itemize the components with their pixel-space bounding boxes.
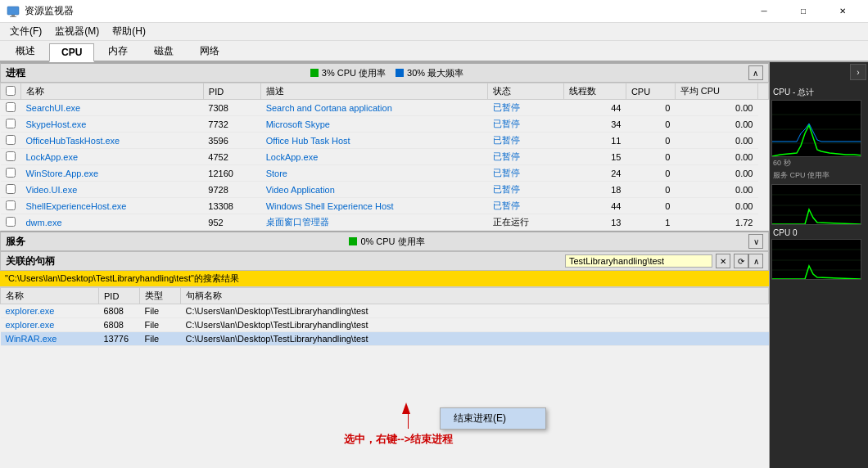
handles-search-area: ✕ ⟳ (55, 254, 748, 268)
cpu0-section: CPU 0 (771, 228, 866, 280)
row-checkbox[interactable] (6, 135, 16, 145)
col-name[interactable]: 名称 (21, 83, 204, 100)
services-collapse-button[interactable]: ∨ (748, 234, 763, 249)
col-cpu[interactable]: CPU (626, 83, 675, 100)
handles-refresh-button[interactable]: ⟳ (734, 254, 748, 268)
process-stats: 3% CPU 使用率 30% 最大频率 (310, 67, 463, 79)
cell-name: LockApp.exe (21, 149, 204, 165)
col-checkbox[interactable] (1, 83, 21, 100)
cpu0-graph (771, 239, 861, 280)
handles-col-name[interactable]: 名称 (1, 288, 99, 304)
process-collapse-button[interactable]: ∧ (748, 65, 763, 80)
cell-avg-cpu: 0.00 (675, 182, 757, 198)
tab-overview[interactable]: 概述 (3, 41, 47, 61)
cell-cpu: 0 (626, 165, 675, 182)
table-row[interactable]: WinStore.App.exe 12160 Store 已暂停 24 0 0.… (1, 165, 769, 182)
right-panel-expand-button[interactable]: › (850, 64, 866, 80)
table-row[interactable]: OfficeHubTaskHost.exe 3596 Office Hub Ta… (1, 133, 769, 149)
table-row[interactable]: Video.UI.exe 9728 Video Application 已暂停 … (1, 182, 769, 198)
row-checkbox[interactable] (6, 200, 16, 210)
maximize-button[interactable]: □ (784, 0, 822, 23)
handles-search-input[interactable] (565, 254, 712, 268)
col-avg-cpu[interactable]: 平均 CPU (675, 83, 757, 100)
table-row[interactable]: ShellExperienceHost.exe 13308 Windows Sh… (1, 198, 769, 214)
table-row[interactable]: WinRAR.exe 13776 File C:\Users\lan\Deskt… (1, 332, 769, 346)
svc-cpu-stat-icon (349, 237, 357, 245)
cell-name: explorer.exe (1, 304, 99, 318)
cpu-stat-label: 3% CPU 使用率 (322, 67, 386, 79)
cell-pid: 6808 (99, 318, 140, 332)
cpu-service-label: 服务 CPU 使用率 (771, 170, 866, 181)
cell-threads: 15 (563, 149, 626, 165)
table-row[interactable]: dwm.exe 952 桌面窗口管理器 正在运行 13 1 1.72 (1, 214, 769, 231)
handles-table: 名称 PID 类型 句柄名称 explorer.exe 6808 File C:… (0, 287, 769, 346)
cell-avg-cpu: 1.72 (675, 214, 757, 231)
cell-avg-cpu: 0.00 (675, 100, 757, 116)
table-row[interactable]: explorer.exe 6808 File C:\Users\lan\Desk… (1, 318, 769, 332)
cell-pid: 4752 (203, 149, 260, 165)
row-checkbox[interactable] (6, 102, 16, 112)
cell-handle-name: C:\Users\lan\Desktop\TestLibraryhandling… (181, 332, 769, 346)
col-threads[interactable]: 线程数 (563, 83, 626, 100)
cell-type: File (140, 318, 181, 332)
row-checkbox[interactable] (6, 217, 16, 227)
row-checkbox[interactable] (6, 168, 16, 178)
main-layout: 进程 3% CPU 使用率 30% 最大频率 ∧ (0, 62, 868, 468)
process-section-header: 进程 3% CPU 使用率 30% 最大频率 ∧ (0, 62, 769, 83)
row-checkbox[interactable] (6, 151, 16, 161)
cell-pid: 7732 (203, 116, 260, 133)
col-desc[interactable]: 描述 (261, 83, 488, 100)
col-pid[interactable]: PID (203, 83, 260, 100)
service-cpu-graph (771, 184, 861, 225)
handles-collapse-button[interactable]: ∧ (748, 254, 763, 268)
menu-help[interactable]: 帮助(H) (106, 23, 152, 40)
tab-disk[interactable]: 磁盘 (142, 41, 186, 61)
cell-pid: 7308 (203, 100, 260, 116)
cell-name: dwm.exe (21, 214, 204, 231)
cpu-stat-icon (310, 69, 319, 77)
svg-rect-7 (772, 185, 861, 225)
handles-col-handle-name[interactable]: 句柄名称 (181, 288, 769, 304)
row-checkbox[interactable] (6, 119, 16, 128)
context-end-process[interactable]: 结束进程(E) (441, 408, 545, 429)
cell-threads: 18 (563, 182, 626, 198)
table-row[interactable]: explorer.exe 6808 File C:\Users\lan\Desk… (1, 304, 769, 318)
select-all-checkbox[interactable] (6, 86, 16, 96)
table-row[interactable]: SkypeHost.exe 7732 Microsoft Skype 已暂停 3… (1, 116, 769, 133)
context-menu: 结束进程(E) (440, 407, 546, 430)
cell-name: SearchUI.exe (21, 100, 204, 116)
process-table-wrapper[interactable]: 名称 PID 描述 状态 线程数 CPU 平均 CPU SearchUI.exe… (0, 83, 769, 231)
services-title: 服务 (6, 235, 25, 249)
svg-rect-2 (10, 16, 16, 17)
tab-cpu[interactable]: CPU (49, 43, 94, 62)
table-row[interactable]: LockApp.exe 4752 LockApp.exe 已暂停 15 0 0.… (1, 149, 769, 165)
col-status[interactable]: 状态 (488, 83, 563, 100)
tab-network[interactable]: 网络 (188, 41, 232, 61)
cell-cpu: 0 (626, 182, 675, 198)
cpu-total-graph (771, 100, 861, 157)
handles-col-pid[interactable]: PID (99, 288, 140, 304)
left-panel: 进程 3% CPU 使用率 30% 最大频率 ∧ (0, 62, 770, 468)
table-row[interactable]: SearchUI.exe 7308 Search and Cortana app… (1, 100, 769, 116)
handles-table-wrapper[interactable]: 名称 PID 类型 句柄名称 explorer.exe 6808 File C:… (0, 287, 769, 468)
cell-cpu: 0 (626, 149, 675, 165)
cell-status: 已暂停 (488, 165, 563, 182)
close-button[interactable]: ✕ (824, 0, 861, 23)
cell-desc: Windows Shell Experience Host (261, 198, 488, 214)
cpu-total-title: CPU - 总计 (771, 87, 866, 98)
menu-file[interactable]: 文件(F) (3, 23, 48, 40)
handles-clear-button[interactable]: ✕ (716, 254, 730, 268)
app-icon (7, 5, 20, 18)
tab-memory[interactable]: 内存 (96, 41, 140, 61)
row-checkbox[interactable] (6, 184, 16, 194)
cell-desc: Video Application (261, 182, 488, 198)
right-panel: › CPU - 总计 60 秒 服务 CPU 使用率 (770, 62, 868, 468)
cell-status: 已暂停 (488, 198, 563, 214)
cell-cpu: 0 (626, 116, 675, 133)
handles-col-type[interactable]: 类型 (140, 288, 181, 304)
cell-pid: 12160 (203, 165, 260, 182)
menu-monitor[interactable]: 监视器(M) (48, 23, 106, 40)
minimize-button[interactable]: ─ (745, 0, 783, 23)
process-title: 进程 (6, 66, 25, 80)
cell-threads: 44 (563, 198, 626, 214)
